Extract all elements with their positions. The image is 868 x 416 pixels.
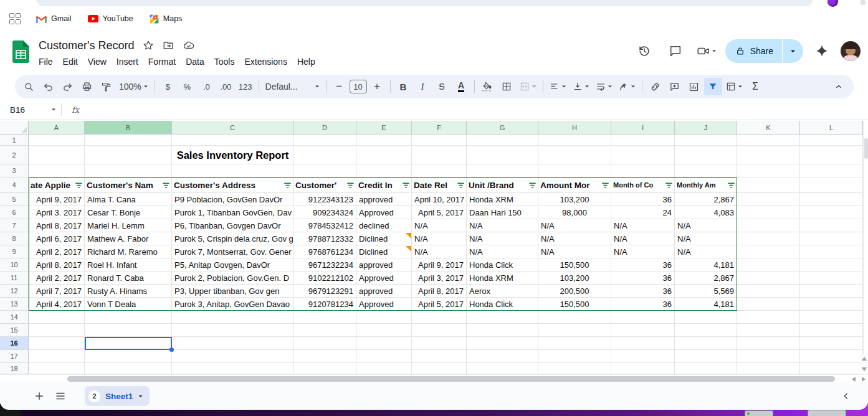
row-header-5[interactable]: 5 [0, 193, 29, 206]
cell-A16[interactable] [29, 337, 85, 350]
cell-A5[interactable]: April 9, 2017 [29, 193, 85, 206]
cell-L4[interactable] [800, 177, 863, 193]
cell-J13[interactable]: 4,181 [675, 298, 737, 311]
row-header-16[interactable]: 16 [0, 337, 29, 350]
cell-G15[interactable] [467, 324, 538, 337]
cell-C3[interactable] [172, 164, 293, 177]
scroll-up-icon[interactable] [862, 357, 867, 361]
cell-F13[interactable]: April 5, 2017 [412, 298, 467, 311]
cell-I10[interactable]: 36 [611, 258, 675, 272]
cell-K13[interactable] [737, 298, 800, 311]
cell-K14[interactable] [737, 311, 800, 324]
cell-L12[interactable] [800, 285, 863, 298]
select-all-corner[interactable] [0, 121, 29, 135]
cell-E8[interactable]: Diclined [356, 232, 412, 245]
cell-L8[interactable] [800, 232, 863, 245]
cell-J18[interactable] [675, 363, 737, 374]
cell-L17[interactable] [800, 350, 863, 363]
cell-G18[interactable] [467, 363, 538, 374]
cell-L1[interactable] [800, 135, 863, 146]
cell-D18[interactable] [293, 363, 356, 374]
column-header-G[interactable]: G [467, 121, 538, 135]
insert-chart-icon[interactable] [685, 78, 703, 95]
report-title[interactable]: Sales Inventory Report [172, 146, 293, 164]
column-header-C[interactable]: C [172, 121, 293, 135]
row-header-10[interactable]: 10 [0, 258, 29, 272]
cell-B6[interactable]: Cesar T. Bonje [85, 206, 172, 219]
cell-C5[interactable]: P9 Poblacion, GovGen DavOr [172, 193, 293, 206]
cell-C1[interactable] [172, 135, 293, 146]
cell-B11[interactable]: Ronard T. Caba [85, 272, 172, 285]
comments-icon[interactable] [663, 39, 688, 64]
cell-L13[interactable] [800, 298, 863, 311]
cell-G9[interactable]: N/A [467, 245, 538, 258]
cell-A11[interactable]: April 2, 2017 [29, 272, 85, 285]
cell-K7[interactable] [737, 219, 800, 232]
cell-D17[interactable] [293, 350, 356, 363]
cell-I14[interactable] [611, 311, 675, 324]
row-header-12[interactable]: 12 [0, 285, 29, 298]
cell-E5[interactable]: approved [356, 193, 412, 206]
increase-decimal-button[interactable]: .00 [217, 78, 235, 95]
cell-L2[interactable] [800, 146, 863, 164]
cell-B17[interactable] [85, 350, 172, 363]
cell-A1[interactable] [29, 135, 85, 146]
cell-B14[interactable] [85, 311, 172, 324]
cell-B15[interactable] [85, 324, 172, 337]
strikethrough-button[interactable]: S [433, 78, 451, 95]
cell-F17[interactable] [412, 350, 467, 363]
vertical-align-icon[interactable] [570, 78, 592, 95]
cell-H17[interactable] [538, 350, 611, 363]
row-header-14[interactable]: 14 [0, 311, 29, 324]
cell-C7[interactable]: P6, Tibanban, Govgen DavOr [172, 219, 293, 232]
cell-F9[interactable]: N/A [412, 245, 467, 258]
cell-H13[interactable]: 150,500 [538, 298, 611, 311]
cell-F10[interactable]: April 9, 2017 [412, 258, 467, 272]
cell-F12[interactable]: April 8, 2017 [412, 285, 467, 298]
row-header-1[interactable]: 1 [0, 135, 29, 146]
cell-K9[interactable] [737, 245, 800, 258]
cell-F1[interactable] [412, 135, 467, 146]
cell-I8[interactable]: N/A [611, 232, 675, 245]
cloud-saved-icon[interactable] [183, 40, 195, 51]
add-sheet-icon[interactable] [29, 385, 50, 407]
scroll-left-icon[interactable] [852, 377, 856, 382]
cell-J17[interactable] [675, 350, 737, 363]
cell-I7[interactable]: N/A [611, 219, 675, 232]
cell-E16[interactable] [356, 337, 412, 350]
cell-D1[interactable] [293, 135, 356, 146]
cell-H8[interactable]: N/A [538, 232, 611, 245]
menu-extensions[interactable]: Extensions [239, 55, 292, 69]
browser-more-icon[interactable] [861, 0, 866, 5]
cell-E14[interactable] [356, 311, 412, 324]
cell-E2[interactable] [356, 146, 412, 164]
cell-D2[interactable] [293, 146, 356, 164]
bold-button[interactable]: B [394, 78, 413, 95]
text-color-button[interactable]: A [452, 78, 470, 95]
cell-E4[interactable]: Credit In [356, 177, 412, 193]
functions-icon[interactable]: Σ [746, 78, 765, 95]
cell-B5[interactable]: Alma T. Cana [85, 193, 172, 206]
cell-B9[interactable]: Richard M. Raremo [85, 245, 172, 258]
cell-I12[interactable]: 36 [611, 285, 675, 298]
cell-E12[interactable]: approved [356, 285, 412, 298]
cell-G6[interactable]: Daan Hari 150 [467, 206, 538, 219]
cell-E18[interactable] [356, 363, 412, 374]
cell-I18[interactable] [611, 363, 675, 374]
gemini-sparkle-icon[interactable] [809, 39, 834, 64]
row-header-11[interactable]: 11 [0, 272, 29, 285]
cell-C10[interactable]: P5, Anitap Govgen, DavOr [172, 258, 293, 272]
cell-L6[interactable] [800, 206, 863, 219]
user-avatar[interactable] [841, 41, 861, 61]
cell-B13[interactable]: Vonn T Deala [85, 298, 172, 311]
apps-grid-icon[interactable] [9, 12, 21, 25]
cell-I9[interactable]: N/A [611, 245, 675, 258]
increase-font-size-button[interactable]: + [368, 78, 386, 95]
cell-F7[interactable]: N/A [412, 219, 467, 232]
column-header-K[interactable]: K [737, 121, 800, 135]
cell-H12[interactable]: 200,500 [538, 285, 611, 298]
cell-A14[interactable] [29, 311, 85, 324]
cell-H11[interactable]: 103,200 [538, 272, 611, 285]
column-header-E[interactable]: E [356, 121, 412, 135]
cell-A18[interactable] [29, 363, 85, 374]
